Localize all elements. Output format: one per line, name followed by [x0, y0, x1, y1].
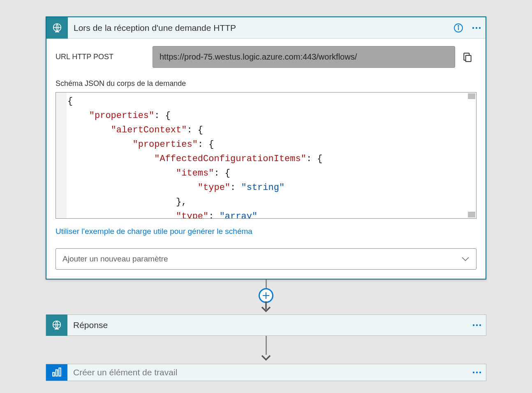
response-card[interactable]: Réponse	[46, 314, 486, 336]
tok-array: "array"	[220, 211, 257, 219]
tok-colon: :	[230, 183, 241, 193]
svg-point-13	[476, 324, 478, 326]
svg-point-18	[473, 372, 474, 373]
svg-rect-7	[466, 55, 471, 61]
code-content: { "properties": { "alertContext": { "pro…	[67, 94, 323, 219]
create-work-item-card[interactable]: Créer un élément de travail	[46, 364, 486, 381]
svg-rect-16	[56, 370, 58, 376]
url-row: URL HTTP POST https://prod-75.westus.log…	[56, 46, 476, 68]
workitem-title: Créer un élément de travail	[67, 368, 468, 377]
tok-properties2: "properties"	[132, 139, 197, 150]
trigger-header[interactable]: Lors de la réception d'une demande HTTP	[46, 17, 486, 39]
svg-rect-17	[59, 368, 60, 376]
http-response-icon	[46, 314, 67, 336]
more-icon[interactable]	[468, 324, 486, 327]
tok-brace: {	[67, 96, 73, 106]
tok-close: },	[176, 197, 187, 207]
editor-gutter	[56, 92, 67, 218]
response-title: Réponse	[67, 320, 468, 330]
tok-type: "type"	[198, 183, 230, 193]
svg-point-5	[476, 27, 477, 28]
tok-string: "string"	[241, 183, 285, 193]
arrow-down-icon	[260, 353, 272, 364]
tok-cb: : {	[187, 125, 203, 135]
tok-cb: : {	[198, 139, 214, 150]
tok-type2: "type"	[176, 211, 208, 219]
add-step-button[interactable]	[259, 288, 273, 303]
schema-label: Schéma JSON du corps de la demande	[56, 79, 476, 88]
tok-properties: "properties"	[89, 111, 154, 121]
tok-colon: :	[208, 211, 219, 219]
copy-icon[interactable]	[458, 52, 476, 62]
more-icon[interactable]	[468, 371, 486, 374]
devops-icon	[46, 364, 67, 381]
svg-point-20	[479, 372, 481, 373]
svg-rect-15	[53, 372, 54, 376]
add-parameter-dropdown[interactable]: Ajouter un nouveau paramètre	[56, 248, 476, 270]
tok-alertcontext: "alertContext"	[111, 125, 187, 135]
tok-items: "items"	[176, 168, 214, 178]
tok-cb: : {	[154, 111, 171, 121]
url-label: URL HTTP POST	[56, 53, 153, 61]
connector-line	[266, 280, 267, 288]
svg-point-6	[479, 27, 481, 28]
json-schema-editor[interactable]: { "properties": { "alertContext": { "pro…	[56, 92, 476, 219]
arrow-down-icon	[260, 301, 272, 314]
info-icon[interactable]	[449, 19, 467, 37]
svg-point-4	[472, 27, 474, 28]
url-value-box[interactable]: https://prod-75.westus.logic.azure.com:4…	[153, 46, 455, 68]
svg-point-14	[479, 324, 481, 326]
svg-point-12	[473, 324, 474, 326]
trigger-card: Lors de la réception d'une demande HTTP …	[46, 16, 486, 280]
scroll-up-icon[interactable]	[468, 93, 475, 99]
tok-cb: : {	[306, 154, 323, 164]
connector-line	[266, 336, 267, 355]
http-request-icon	[46, 17, 68, 39]
trigger-title: Lors de la réception d'une demande HTTP	[68, 23, 449, 33]
use-sample-payload-link[interactable]: Utiliser l'exemple de charge utile pour …	[56, 227, 476, 236]
more-icon[interactable]	[467, 19, 486, 37]
svg-point-19	[476, 372, 478, 373]
tok-cb: : {	[214, 168, 230, 178]
add-param-placeholder: Ajouter un nouveau paramètre	[62, 254, 168, 263]
svg-point-3	[458, 25, 459, 26]
tok-affected: "AffectedConfigurationItems"	[154, 154, 306, 164]
chevron-down-icon	[461, 254, 470, 264]
trigger-body: URL HTTP POST https://prod-75.westus.log…	[46, 39, 486, 279]
scroll-down-icon[interactable]	[468, 212, 475, 217]
